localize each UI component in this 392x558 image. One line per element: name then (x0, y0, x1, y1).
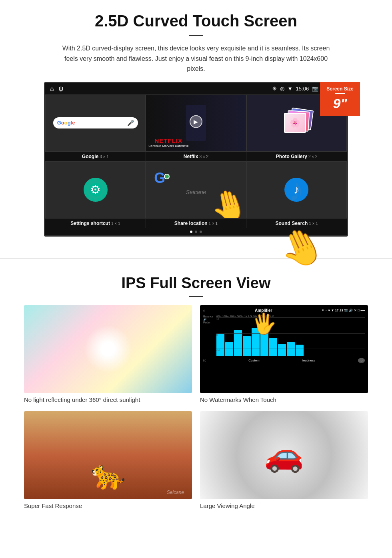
car-bg: 🚗 (200, 411, 368, 499)
settings-app-size: 1 × 1 (111, 221, 120, 226)
wifi-icon: ▼ (288, 86, 293, 92)
photo-card-front: 🌸 (284, 113, 306, 133)
maps-app-cell[interactable]: G 🤚 Seicane (146, 161, 246, 218)
eq-grid-top: 10 (216, 317, 365, 320)
google-search-bar[interactable]: Google 🎤 (53, 117, 138, 128)
section2-divider (189, 296, 203, 297)
home-icon[interactable]: ⌂ (50, 85, 54, 92)
sun-burst (84, 325, 132, 373)
cheetah-seicane-watermark: Seicane (167, 490, 184, 495)
netflix-cell-bg: ▶ NETFLIX Continue Marvel's Daredevil (146, 95, 246, 151)
app-label-row1: Google 3 × 1 Netflix 3 × 2 Photo Gallery… (45, 151, 347, 161)
badge-size: 9" (333, 96, 347, 111)
status-time: 15:06 (296, 86, 309, 92)
music-cell-bg: ♪ ♪ (247, 162, 346, 218)
section1-description: With 2.5D curved-display screen, this de… (56, 43, 336, 74)
maps-app-name: Share location (174, 221, 208, 226)
gallery-app-size: 2 × 2 (308, 155, 318, 159)
cheetah-caption: Super Fast Response (24, 502, 192, 509)
eq-bars-container: 10 0 -10 🖐 (216, 317, 365, 357)
netflix-app-size: 3 × 2 (200, 155, 209, 159)
netflix-app-name: Netflix (184, 154, 198, 159)
cheetah-bg: 🐆 Seicane (24, 411, 192, 499)
eq-footer: ⟨⟨ Custom loudness ○ (203, 358, 365, 363)
badge-divider (335, 93, 345, 94)
car-caption: Large Viewing Angle (200, 502, 368, 509)
google-app-name: Google (82, 154, 98, 159)
badge-label: Screen Size (323, 86, 357, 92)
maps-app-size: 1 × 1 (209, 221, 218, 226)
google-cell-bg: Google 🎤 (46, 95, 145, 151)
google-label: Google 3 × 1 (45, 152, 146, 161)
eq-bar-6: 🖐 (260, 324, 268, 356)
maps-label: Share location 1 × 1 (146, 219, 247, 228)
settings-app-cell[interactable]: ⚙ ⚙ (45, 161, 146, 218)
camera-icon: 📷 (312, 86, 318, 92)
android-screen: ⌂ ψ ✳ ◎ ▼ 15:06 📷 🔊 ✕ □ (44, 82, 348, 237)
eq-bar-7 (269, 338, 277, 356)
eq-prev-icon: ⟨⟨ (203, 359, 206, 362)
hand-pointer-icon: 🤚 (206, 184, 246, 218)
eq-loudness-label: loudness (302, 359, 315, 362)
eq-home-icon: ⌂ (203, 309, 205, 312)
section-curved-screen: 2.5D Curved Touch Screen With 2.5D curve… (0, 0, 392, 246)
image-item-car: 🚗 Large Viewing Angle (200, 411, 368, 509)
settings-cell-bg: ⚙ ⚙ (46, 162, 145, 218)
sky-background (24, 305, 192, 393)
cheetah-image: 🐆 Seicane (24, 411, 192, 499)
image-item-sunlight: No light reflecting under 360° direct su… (24, 305, 192, 403)
image-grid: No light reflecting under 360° direct su… (24, 305, 368, 509)
google-app-size: 3 × 1 (100, 155, 109, 159)
nav-dot-1[interactable] (190, 231, 192, 233)
nav-dot-3[interactable] (200, 231, 202, 233)
settings-app-name: Settings shortcut (70, 221, 110, 226)
google-cell-inner: Google 🎤 (46, 95, 145, 151)
eq-icons: ≡ ··· ♥ ▼ 17:33 📷 🔊 ✕ □ ⟵ (322, 309, 365, 312)
mic-icon: 🎤 (127, 120, 134, 126)
play-button[interactable]: ▶ (190, 115, 202, 128)
status-bar-left: ⌂ ψ (50, 85, 63, 92)
eq-toggle[interactable]: ○ (358, 358, 365, 363)
maps-cell-inner: G 🤚 Seicane (146, 162, 246, 218)
netflix-label: Netflix 3 × 2 (146, 152, 247, 161)
gallery-app-name: Photo Gallery (276, 154, 307, 159)
google-app-cell[interactable]: Google 🎤 (45, 94, 146, 151)
screen-size-badge: Screen Size 9" (320, 82, 360, 116)
eq-screen: ⌂ Amplifier ≡ ··· ♥ ▼ 17:33 📷 🔊 ✕ □ ⟵ Ba… (200, 305, 368, 393)
settings-cell-inner: ⚙ ⚙ (46, 162, 145, 218)
netflix-overlay: NETFLIX Continue Marvel's Daredevil (148, 137, 188, 148)
section-ips-screen: IPS Full Screen View No light reflecting… (0, 271, 392, 517)
netflix-cell-inner: ▶ NETFLIX Continue Marvel's Daredevil (146, 95, 246, 151)
equalizer-image: ⌂ Amplifier ≡ ··· ♥ ▼ 17:33 📷 🔊 ✕ □ ⟵ Ba… (200, 305, 368, 393)
car-icon: 🚗 (264, 436, 304, 474)
image-item-equalizer: ⌂ Amplifier ≡ ··· ♥ ▼ 17:33 📷 🔊 ✕ □ ⟵ Ba… (200, 305, 368, 403)
netflix-app-cell[interactable]: ▶ NETFLIX Continue Marvel's Daredevil (146, 94, 246, 151)
netflix-logo-text: NETFLIX (148, 137, 188, 144)
sunlight-image (24, 305, 192, 393)
music-app-cell[interactable]: ♪ ♪ (246, 161, 347, 218)
section2-title: IPS Full Screen View (24, 275, 368, 292)
section1-title: 2.5D Curved Touch Screen (24, 12, 368, 30)
title-divider (189, 35, 203, 36)
equalizer-caption: No Watermarks When Touch (200, 396, 368, 403)
eq-preset: Custom (248, 359, 260, 362)
eq-freq-labels: Balance🔊Fader 60hz100hz200hz500hz1k2.5k1… (203, 314, 365, 358)
bluetooth-icon: ✳ (272, 86, 277, 92)
sunlight-caption: No light reflecting under 360° direct su… (24, 396, 192, 403)
eq-grid-mid: 0 (216, 333, 365, 336)
nav-dot-2[interactable] (195, 231, 197, 233)
hand-eq-icon: 🖐 (251, 311, 278, 336)
eq-freq-area: 60hz100hz200hz500hz1k2.5k10k12.5k15kSUB … (216, 315, 365, 357)
eq-bar-1 (216, 334, 224, 356)
eq-bar-4 (243, 336, 251, 356)
maps-indicator (164, 174, 170, 179)
google-logo: Google (57, 120, 75, 126)
app-grid-row1: Google 🎤 ▶ (45, 94, 347, 151)
settings-label: Settings shortcut 1 × 1 (45, 219, 146, 228)
usb-icon: ψ (59, 85, 63, 92)
status-bar: ⌂ ψ ✳ ◎ ▼ 15:06 📷 🔊 ✕ □ (45, 83, 347, 94)
eq-grid-bot: -10 (216, 349, 365, 351)
device-mockup: Screen Size 9" ⌂ ψ ✳ ◎ ▼ 15:06 📷 🔊 ✕ (44, 82, 348, 237)
app-grid-row2: ⚙ ⚙ G 🤚 (45, 161, 347, 218)
netflix-subtitle: Continue Marvel's Daredevil (148, 144, 188, 148)
